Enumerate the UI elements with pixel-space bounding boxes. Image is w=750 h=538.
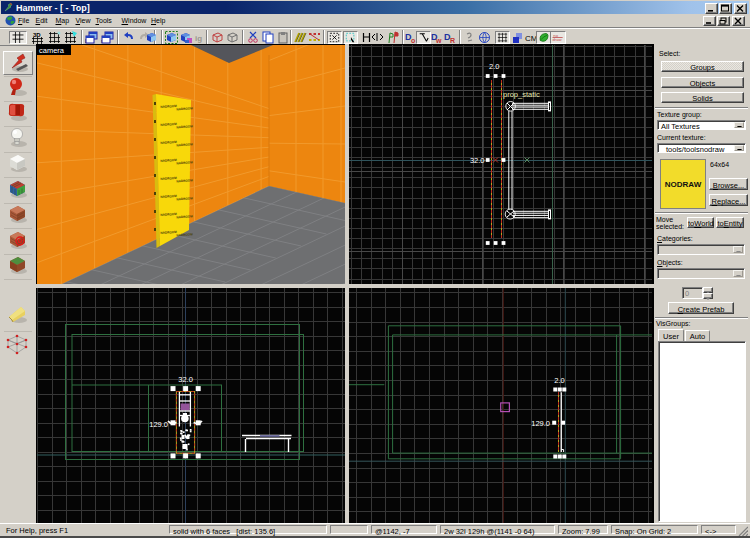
svg-text:ig: ig: [195, 34, 202, 43]
svg-text:prop_static: prop_static: [503, 90, 540, 99]
svg-text:camera: camera: [39, 46, 65, 55]
svg-text:129.0: 129.0: [149, 420, 168, 429]
svg-text:129.0: 129.0: [531, 419, 550, 428]
svg-text:o: o: [411, 37, 415, 44]
svg-text:draw: draw: [553, 37, 563, 42]
svg-text:2.0: 2.0: [554, 376, 564, 385]
svg-text:w: w: [435, 37, 442, 44]
svg-text:32.0: 32.0: [470, 156, 485, 165]
svg-text:R: R: [450, 37, 455, 44]
svg-text:32.0: 32.0: [178, 375, 193, 384]
svg-text:2.0: 2.0: [489, 62, 499, 71]
